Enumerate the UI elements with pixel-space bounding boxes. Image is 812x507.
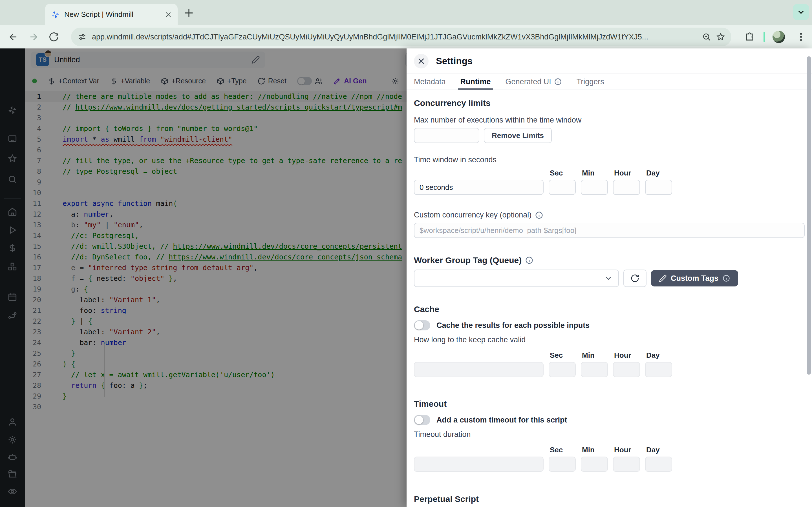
runtime-settings: Concurrency limits Max number of executi…	[407, 90, 812, 507]
browser-tab-strip: New Script | Windmill	[0, 0, 812, 25]
timeout-hour-input[interactable]	[613, 457, 640, 472]
time-window-label: Time window in seconds	[414, 156, 805, 164]
tab-search-button[interactable]	[793, 4, 809, 20]
cache-heading: Cache	[414, 304, 805, 314]
modal-overlay[interactable]	[0, 48, 407, 507]
timeout-duration-row: Sec Min Hour Day	[414, 446, 805, 472]
worker-group-heading: Worker Group Tag (Queue)	[414, 256, 522, 265]
info-icon[interactable]	[525, 256, 534, 265]
drawer-header: Settings	[407, 48, 812, 74]
back-button[interactable]	[8, 32, 18, 42]
concurrency-key-input[interactable]: $workspace/script/u/henri/demo_path-$arg…	[414, 223, 805, 238]
profile-avatar[interactable]	[772, 31, 785, 43]
timeout-sec-input[interactable]	[549, 457, 576, 472]
timeout-min-input[interactable]	[581, 457, 608, 472]
time-window-sec-input[interactable]	[549, 180, 576, 195]
info-icon	[722, 274, 730, 282]
toolbar-separator	[763, 32, 765, 42]
timeout-duration-label: Timeout duration	[414, 430, 805, 439]
refresh-icon	[630, 274, 640, 283]
cache-hour-input[interactable]	[613, 362, 640, 377]
worker-group-select[interactable]	[414, 270, 619, 287]
concurrency-key-label: Custom concurrency key (optional)	[414, 211, 531, 219]
timeout-heading: Timeout	[414, 399, 805, 409]
cache-min-input[interactable]	[581, 362, 608, 377]
cache-duration-label: How long to the keep cache valid	[414, 335, 805, 344]
chevron-down-icon	[604, 274, 613, 283]
time-window-input[interactable]: 0 seconds	[414, 180, 544, 195]
tab-triggers[interactable]: Triggers	[576, 74, 604, 90]
address-bar[interactable]: app.windmill.dev/scripts/add#JTdCJTIyaGF…	[71, 27, 731, 46]
browser-menu-icon[interactable]	[796, 32, 806, 42]
concurrency-heading: Concurrency limits	[414, 98, 805, 108]
time-window-day-input[interactable]	[645, 180, 672, 195]
site-settings-icon[interactable]	[77, 32, 87, 42]
settings-tabs: Metadata Runtime Generated UI Triggers	[407, 74, 812, 90]
refresh-tags-button[interactable]	[623, 270, 647, 287]
timeout-duration-input[interactable]	[414, 457, 544, 472]
close-icon[interactable]	[414, 54, 428, 68]
timeout-day-input[interactable]	[645, 457, 672, 472]
cache-duration-row: Sec Min Hour Day	[414, 351, 805, 377]
info-icon[interactable]	[535, 211, 543, 219]
zoom-icon[interactable]	[702, 33, 711, 41]
remove-limits-button[interactable]: Remove Limits	[484, 128, 552, 143]
url-text: app.windmill.dev/scripts/add#JTdCJTIyaGF…	[92, 33, 697, 41]
cache-sec-input[interactable]	[549, 362, 576, 377]
cache-toggle[interactable]	[414, 320, 430, 330]
tab-generated-ui[interactable]: Generated UI	[506, 74, 562, 90]
reload-button[interactable]	[49, 32, 59, 42]
info-icon	[554, 78, 562, 86]
timeout-toggle[interactable]	[414, 415, 430, 425]
time-window-min-input[interactable]	[581, 180, 608, 195]
windmill-favicon-icon	[51, 10, 60, 19]
tab-runtime[interactable]: Runtime	[460, 74, 491, 90]
max-executions-input[interactable]	[414, 128, 479, 143]
cache-toggle-label: Cache the results for each possible inpu…	[437, 321, 590, 330]
extensions-icon[interactable]	[744, 32, 755, 42]
browser-tab[interactable]: New Script | Windmill	[45, 4, 177, 25]
drawer-scrollbar[interactable]	[807, 56, 811, 375]
forward-button[interactable]	[28, 32, 39, 42]
new-tab-button[interactable]	[183, 7, 195, 18]
timeout-toggle-label: Add a custom timeout for this script	[437, 416, 567, 425]
custom-tags-button[interactable]: Custom Tags	[651, 270, 738, 286]
time-window-row: 0 seconds Sec Min Hour Day	[414, 169, 805, 195]
drawer-title: Settings	[436, 56, 472, 66]
pencil-icon	[659, 274, 667, 282]
cache-day-input[interactable]	[645, 362, 672, 377]
cache-duration-input[interactable]	[414, 362, 544, 377]
tab-metadata[interactable]: Metadata	[414, 74, 446, 90]
max-executions-label: Max number of executions within the time…	[414, 116, 805, 124]
tab-close-icon[interactable]	[165, 11, 172, 18]
perpetual-heading: Perpetual Script	[414, 494, 805, 504]
settings-drawer: Settings Metadata Runtime Generated UI T…	[407, 48, 812, 507]
tab-title: New Script | Windmill	[64, 10, 160, 19]
bookmark-star-icon[interactable]	[716, 33, 725, 41]
time-window-hour-input[interactable]	[613, 180, 640, 195]
